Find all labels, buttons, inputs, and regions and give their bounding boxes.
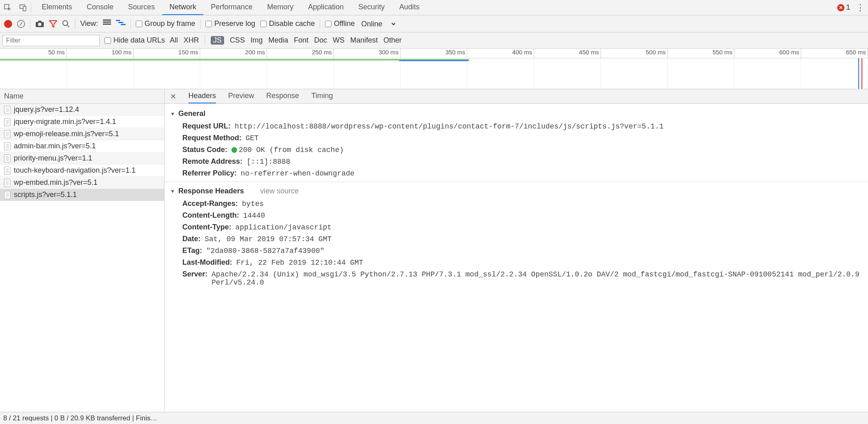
header-key: Remote Address: [182, 157, 242, 166]
detail-tab-timing[interactable]: Timing [311, 89, 333, 103]
request-name: jquery-migrate.min.js?ver=1.4.1 [14, 118, 116, 126]
request-list: jquery.js?ver=1.12.4jquery-migrate.min.j… [0, 104, 164, 412]
request-name: priority-menu.js?ver=1.1 [14, 154, 92, 163]
type-filter-ws[interactable]: WS [333, 36, 344, 45]
detail-tab-response[interactable]: Response [266, 89, 299, 103]
request-row[interactable]: jquery.js?ver=1.12.4 [0, 104, 164, 116]
svg-rect-13 [121, 24, 126, 25]
device-mode-icon[interactable] [17, 2, 29, 14]
clear-button[interactable] [17, 20, 25, 28]
hide-data-urls-checkbox[interactable]: Hide data URLs [105, 36, 165, 45]
request-row[interactable]: touch-keyboard-navigation.js?ver=1.1 [0, 165, 164, 177]
header-row: Date:Sat, 09 Mar 2019 07:57:34 GMT [165, 233, 868, 245]
timeline-overview[interactable]: 50 ms100 ms150 ms200 ms250 ms300 ms350 m… [0, 49, 868, 89]
timeline-tick: 100 ms [67, 49, 134, 58]
type-filter-all[interactable]: All [170, 36, 178, 45]
status-text: 8 / 21 requests | 0 B / 20.9 KB transfer… [3, 414, 157, 422]
type-filter-font[interactable]: Font [294, 36, 308, 45]
search-icon[interactable] [62, 20, 70, 28]
record-button[interactable] [4, 20, 12, 28]
detail-tabs: ✕ HeadersPreviewResponseTiming [165, 89, 868, 104]
tab-application[interactable]: Application [301, 0, 351, 15]
timeline-tick: 450 ms [534, 49, 601, 58]
type-filter-media[interactable]: Media [268, 36, 288, 45]
error-badge[interactable]: ✕ 1 [837, 3, 850, 12]
tab-memory[interactable]: Memory [260, 0, 301, 15]
header-row: Remote Address:[::1]:8888 [165, 156, 868, 167]
group-by-frame-checkbox[interactable]: Group by frame [136, 19, 195, 28]
disable-cache-checkbox[interactable]: Disable cache [260, 19, 315, 28]
chevron-down-icon: ▼ [170, 188, 175, 194]
detail-tab-preview[interactable]: Preview [228, 89, 254, 103]
filter-input[interactable] [2, 35, 100, 46]
timeline-tick: 300 ms [334, 49, 401, 58]
timeline-tick: 400 ms [467, 49, 534, 58]
tab-security[interactable]: Security [351, 0, 392, 15]
more-icon[interactable]: ⋮ [856, 2, 865, 13]
general-section-header[interactable]: ▼General [165, 107, 868, 120]
divider [200, 19, 201, 29]
request-list-header[interactable]: Name [0, 89, 164, 104]
type-filter-img[interactable]: Img [250, 36, 263, 45]
request-row[interactable]: admin-bar.min.js?ver=5.1 [0, 140, 164, 152]
tab-network[interactable]: Network [162, 0, 203, 15]
tab-elements[interactable]: Elements [34, 0, 79, 15]
inspect-icon[interactable] [2, 2, 14, 14]
divider [205, 36, 205, 45]
offline-checkbox[interactable]: Offline [325, 19, 355, 28]
request-name: admin-bar.min.js?ver=5.1 [14, 142, 96, 150]
header-key: Content-Length: [182, 211, 239, 220]
request-row[interactable]: scripts.js?ver=5.1.1 [0, 189, 164, 201]
throttling-select[interactable]: Online [360, 19, 397, 28]
file-icon [4, 154, 11, 163]
large-rows-icon[interactable] [103, 19, 111, 28]
file-icon [4, 118, 11, 126]
tab-console[interactable]: Console [79, 0, 121, 15]
file-icon [4, 167, 11, 175]
header-value: "2da080-3868-5827a7af43900" [206, 247, 325, 255]
header-key: Status Code: [182, 146, 227, 154]
svg-point-5 [38, 23, 41, 26]
header-row: Status Code:200 OK (from disk cache) [165, 144, 868, 156]
request-row[interactable]: jquery-migrate.min.js?ver=1.4.1 [0, 116, 164, 128]
header-value: 14440 [243, 212, 265, 220]
waterfall-icon[interactable] [116, 19, 126, 28]
timeline-tick: 550 ms [668, 49, 735, 58]
header-row: Content-Type:application/javascript [165, 221, 868, 233]
request-row[interactable]: wp-emoji-release.min.js?ver=5.1 [0, 128, 164, 140]
type-filter-manifest[interactable]: Manifest [350, 36, 378, 45]
tab-performance[interactable]: Performance [203, 0, 260, 15]
close-detail-button[interactable]: ✕ [170, 92, 176, 101]
domcontentloaded-line [858, 58, 859, 89]
svg-line-7 [67, 25, 69, 27]
response-headers-section-header[interactable]: ▼Response Headers view source [165, 184, 868, 198]
file-icon [4, 106, 11, 114]
request-name: scripts.js?ver=5.1.1 [14, 191, 77, 199]
svg-rect-9 [103, 21, 111, 23]
file-icon [4, 142, 11, 150]
request-row[interactable]: priority-menu.js?ver=1.1 [0, 152, 164, 165]
type-filter-css[interactable]: CSS [230, 36, 245, 45]
tab-sources[interactable]: Sources [121, 0, 162, 15]
type-filter-xhr[interactable]: XHR [184, 36, 199, 45]
type-filter-doc[interactable]: Doc [314, 36, 327, 45]
header-row: Request Method:GET [165, 132, 868, 144]
header-row: Server:Apache/2.2.34 (Unix) mod_wsgi/3.5… [165, 268, 868, 288]
tab-audits[interactable]: Audits [392, 0, 427, 15]
preserve-log-checkbox[interactable]: Preserve log [205, 19, 255, 28]
header-value: GET [246, 134, 259, 142]
header-key: Accept-Ranges: [182, 199, 238, 208]
type-filter: AllXHRJSCSSImgMediaFontDocWSManifestOthe… [170, 36, 402, 45]
detail-pane: ✕ HeadersPreviewResponseTiming ▼General … [165, 89, 868, 412]
screenshot-icon[interactable] [35, 20, 44, 28]
type-filter-js[interactable]: JS [211, 36, 224, 45]
svg-rect-12 [118, 22, 123, 23]
request-row[interactable]: wp-embed.min.js?ver=5.1 [0, 177, 164, 189]
detail-tab-headers[interactable]: Headers [188, 89, 216, 103]
timeline-load-bar [0, 59, 469, 60]
type-filter-other[interactable]: Other [383, 36, 402, 45]
header-row: Last-Modified:Fri, 22 Feb 2019 12:10:44 … [165, 257, 868, 268]
filter-toggle-icon[interactable] [49, 20, 57, 28]
svg-rect-4 [38, 21, 41, 22]
view-source-link[interactable]: view source [260, 187, 299, 195]
